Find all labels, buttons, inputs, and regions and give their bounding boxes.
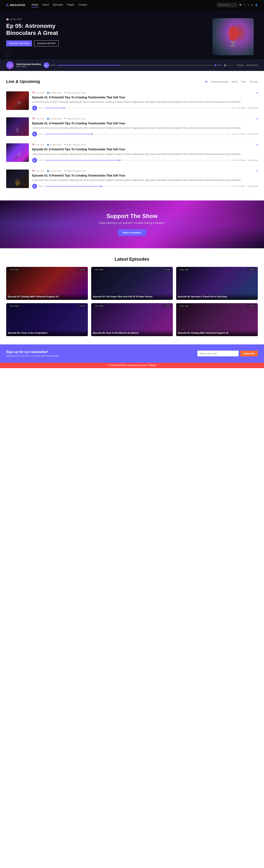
nav-link-home[interactable]: Home: [32, 2, 38, 7]
latest-episode-card[interactable]: ♫ Music, Radio ⏱ 40 mins Episode 03: Stu…: [91, 267, 173, 300]
episode-meta: 📅 7 Jun 2018 👤 by John Smith 📍 Radio, Mu…: [32, 91, 258, 94]
episode-tag: ♫ Music, Radio: [93, 269, 105, 271]
newsletter-text: Sign up for our newsletter! Subscribe to…: [6, 350, 193, 357]
episode-title: Episode 01: 6 Powerful Tips To Creating …: [32, 121, 258, 125]
episode-info: Episode 05: There Is No Competition: [6, 330, 88, 336]
filter-all[interactable]: All: [205, 81, 208, 83]
episode-author: 👤 by John Smith: [47, 118, 61, 120]
episode-time-total: 01:00: [232, 133, 237, 135]
nav-link-about[interactable]: About: [42, 2, 49, 7]
episode-thumbnail: 🖐: [6, 169, 29, 188]
episode-progress-bar[interactable]: [45, 160, 230, 160]
episode-progress-fill: [45, 186, 101, 186]
player-download-button[interactable]: ⬇ Download: [246, 64, 258, 66]
episode-tag: ♫ Music, Radio: [93, 305, 105, 307]
donate-button[interactable]: Make a Donation: [118, 229, 146, 236]
episode-progress-bar[interactable]: [45, 186, 230, 186]
episode-tags: ♫ Music, Radio: [8, 305, 20, 307]
episode-progress-dot: [101, 186, 102, 187]
episode-download-button[interactable]: ⬇ Download: [247, 133, 258, 135]
location-icon: 📍: [64, 92, 66, 94]
episode-grid-title: Episode 04: Become A Travel Pro In One E…: [178, 295, 256, 298]
episode-progress-dot: [63, 107, 65, 109]
subscribe-rss-button[interactable]: Subscribe with RSS: [34, 40, 58, 46]
episode-play-button[interactable]: ▶: [32, 131, 37, 136]
nav-link-pages[interactable]: Pages: [67, 2, 74, 7]
episode-share-button[interactable]: ⬆ Share: [238, 107, 245, 109]
episode-heart-button[interactable]: ♥: [256, 117, 258, 120]
filter-entrepreneurship[interactable]: Entrepreneurship: [211, 81, 228, 83]
music-icon: ♫: [9, 305, 10, 307]
pinterest-icon[interactable]: p: [248, 4, 250, 6]
player-progress-bar[interactable]: [57, 65, 215, 66]
calendar-icon: 📅: [6, 18, 9, 21]
filter-media[interactable]: Media: [232, 81, 238, 83]
logo[interactable]: MEGAPOD: [6, 3, 25, 7]
episode-share-button[interactable]: ⬆ Share: [238, 133, 245, 135]
clock-icon: ⏱: [163, 305, 165, 307]
facebook-icon[interactable]: f: [244, 4, 244, 6]
episode-heart-button[interactable]: ♥: [256, 143, 258, 146]
player-host: Kyle Hawkins: [16, 65, 41, 67]
volume-icon[interactable]: 🔊: [224, 64, 227, 67]
filter-tech[interactable]: Tech: [241, 81, 246, 83]
location-icon: 📍: [64, 144, 66, 146]
episode-download-button[interactable]: ⬇ Download: [247, 185, 258, 187]
episode-share-button[interactable]: ⬆ Share: [238, 159, 245, 161]
search-input[interactable]: [216, 3, 237, 7]
episode-download-button[interactable]: ⬇ Download: [247, 159, 258, 161]
live-upcoming-section: Live & Upcoming All Entrepreneurship Med…: [0, 71, 264, 200]
episode-tag: ♫ Music, Radio: [8, 305, 20, 307]
episode-desc: Lorem ipsum dolor sit amet, consectetur …: [32, 100, 258, 103]
episode-player: ▶ 00:00 03:10 ⬆ Share ⬇ Download: [32, 105, 258, 111]
episode-grid-title: Episode 06: How To Put Movies On Iphone: [93, 332, 171, 334]
newsletter-subscribe-button[interactable]: Subscribe: [240, 350, 258, 356]
user-icon[interactable]: 👤: [255, 4, 258, 6]
episode-heart-button[interactable]: ♥: [256, 91, 258, 94]
episode-heart-button[interactable]: ♥: [256, 169, 258, 173]
nav-link-contact[interactable]: Contact: [78, 2, 87, 7]
episode-desc: Lorem ipsum dolor sit amet, consectetur …: [32, 126, 258, 129]
support-desc: Enjoy listening to our podcast? Consider…: [6, 221, 258, 224]
episode-play-button[interactable]: ▶: [32, 158, 37, 163]
player-volume-bar[interactable]: [228, 65, 234, 66]
episode-author: 👤 by John Smith: [47, 144, 61, 146]
episode-duration: ⏱ 40 mins: [77, 305, 86, 307]
episode-player: ▶ 00:00 01:19 ⬆ Share ⬇ Download: [32, 158, 258, 163]
episode-share-button[interactable]: ⬆ Share: [238, 185, 245, 187]
latest-section-title: Latest Episodes: [6, 256, 258, 262]
episode-progress-dot: [91, 133, 93, 135]
episode-progress-bar[interactable]: [45, 108, 230, 108]
player-play-button[interactable]: ▶: [43, 62, 49, 68]
episode-player: ▶ 00:00 00:59 ⬆ Share ⬇ Download: [32, 184, 258, 189]
episode-progress-bar[interactable]: [45, 134, 230, 134]
subscribe-itunes-button[interactable]: Subscribe with iTunes: [6, 40, 32, 46]
twitter-icon[interactable]: t: [246, 4, 247, 6]
episode-download-button[interactable]: ⬇ Download: [247, 107, 258, 109]
episode-title: Episode 01: 6 Powerful Tips To Creating …: [32, 174, 258, 177]
logo-bar-1: [6, 4, 7, 6]
newsletter-email-input[interactable]: [197, 350, 239, 356]
logo-bars: [6, 4, 9, 6]
settings-icon[interactable]: ⚙: [251, 4, 253, 6]
hero-right: [212, 18, 258, 55]
latest-episode-card[interactable]: ♫ Music, Radio ⏱ 40 mins Episode 02: Dea…: [6, 267, 88, 300]
player-volume: 🔊: [224, 64, 234, 67]
latest-episode-card[interactable]: ♫ Music, Radio ⏱ 40 mins Episode 02: Dea…: [176, 303, 258, 336]
latest-episode-card[interactable]: ♫ Music, Radio ⏱ 40 mins Episode 04: Bec…: [176, 267, 258, 300]
filter-tutorials[interactable]: Tutorials: [249, 81, 258, 83]
episode-info: Episode 02: Dealing With Technical Suppo…: [6, 293, 88, 300]
nav-link-episodes[interactable]: Episodes: [53, 2, 63, 7]
latest-episode-card[interactable]: ♫ Music, Radio ⏱ 40 mins Episode 06: How…: [91, 303, 173, 336]
episode-info: Episode 06: How To Put Movies On Iphone: [91, 330, 173, 336]
episode-play-button[interactable]: ▶: [32, 184, 37, 189]
player-progress-fill: [57, 65, 120, 66]
nav-links: Home About Episodes Pages Contact: [32, 2, 216, 7]
support-title: Support The Show: [6, 213, 258, 219]
music-icon: ♫: [179, 305, 180, 307]
episode-play-button[interactable]: ▶: [32, 105, 37, 111]
episode-tags: ♫ Music, Radio: [8, 269, 20, 271]
player-share-button[interactable]: ⬆ Share: [236, 64, 244, 66]
search-icon[interactable]: 🔍: [239, 4, 242, 6]
latest-episode-card[interactable]: ♫ Music, Radio ⏱ 40 mins Episode 05: The…: [6, 303, 88, 336]
